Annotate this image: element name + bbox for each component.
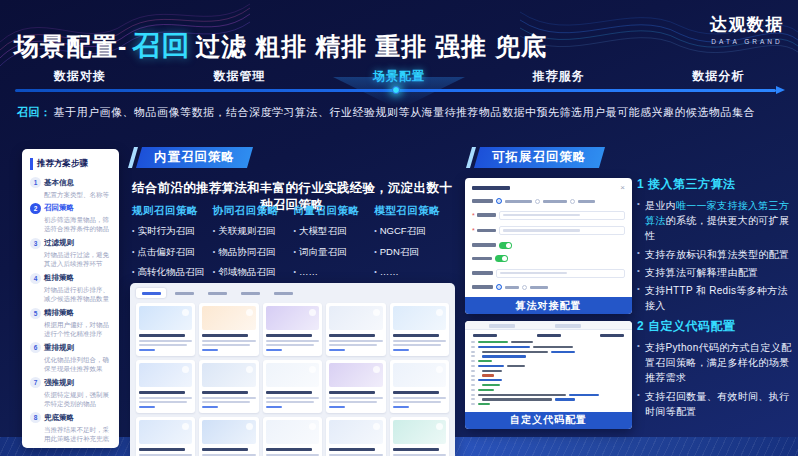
toggle-on-icon[interactable] bbox=[495, 255, 508, 262]
page-title-rest: 过滤 粗排 精排 重排 强推 兜底 bbox=[195, 32, 547, 60]
step-description: 当推荐结果不足时，采用此策略进行补充兜底 bbox=[44, 425, 111, 443]
nav-progress-line bbox=[15, 89, 776, 92]
strategy-item: 物品协同召回 bbox=[213, 246, 294, 259]
plan-step-8[interactable]: 8兜底策略当推荐结果不足时，采用此策略进行补充兜底 bbox=[30, 412, 111, 443]
step-number-badge: 3 bbox=[30, 238, 41, 249]
modal-title-skeleton bbox=[472, 186, 510, 190]
step-title: 精排策略 bbox=[44, 308, 74, 318]
strategy-card-thumbnail bbox=[266, 306, 319, 330]
code-line-skeleton bbox=[471, 394, 626, 396]
gallery-tab[interactable] bbox=[202, 288, 232, 298]
strategy-card-thumbnail bbox=[329, 420, 382, 444]
required-asterisk: * bbox=[472, 212, 475, 219]
strategy-card[interactable] bbox=[199, 417, 258, 456]
toggle-on-icon[interactable] bbox=[499, 242, 512, 249]
extensible-bullet: 是业内唯一一家支持接入第三方算法的系统，提供更大的可扩展性 bbox=[637, 198, 795, 244]
code-line-skeleton bbox=[471, 351, 626, 353]
step-title: 强推规则 bbox=[44, 378, 74, 388]
code-line-skeleton bbox=[471, 398, 626, 400]
recall-definition: 召回：基于用户画像、物品画像等数据，结合深度学习算法、行业经验规则等从海量待推荐… bbox=[17, 105, 782, 120]
strategy-item-list: NGCF召回PDN召回…… bbox=[374, 225, 455, 277]
nav-tab-数据对接[interactable]: 数据对接 bbox=[0, 64, 160, 88]
strategy-column-title: 规则召回策略 bbox=[132, 204, 213, 218]
strategy-key-field-row[interactable]: * bbox=[472, 226, 625, 235]
strategy-card[interactable] bbox=[199, 360, 258, 413]
required-asterisk: * bbox=[472, 227, 475, 234]
brand-logo-cn: 达观数据 bbox=[710, 13, 784, 36]
step-description: 初步筛选海量物品，筛选符合推荐条件的物品 bbox=[44, 215, 111, 233]
plan-step-6[interactable]: 6重排规则优化物品排列组合，确保呈现最佳推荐效果 bbox=[30, 342, 111, 373]
gallery-tab[interactable] bbox=[169, 288, 199, 298]
step-title: 过滤规则 bbox=[44, 238, 74, 248]
code-line-skeleton bbox=[471, 355, 626, 357]
strategy-column-title: 向量召回策略 bbox=[294, 204, 375, 218]
radio-selected-icon bbox=[496, 284, 502, 290]
strategy-card[interactable] bbox=[326, 417, 385, 456]
strategy-column-title: 模型召回策略 bbox=[374, 204, 455, 218]
text-input-skeleton[interactable] bbox=[499, 211, 625, 220]
close-icon[interactable]: × bbox=[620, 184, 625, 192]
text-input-skeleton[interactable] bbox=[499, 226, 625, 235]
code-config-screenshot: 自定义代码配置 bbox=[465, 321, 632, 429]
step-description: 根据用户偏好，对物品进行个性化精准排序 bbox=[44, 320, 111, 338]
nav-tab-推荐服务[interactable]: 推荐服务 bbox=[479, 64, 639, 88]
extensible-bullet: 支持HTTP 和 Redis等多种方法接入 bbox=[637, 283, 795, 313]
strategy-card[interactable] bbox=[390, 360, 449, 413]
page-title: 场景配置-召回过滤 粗排 精排 重排 强推 兜底 bbox=[14, 27, 547, 65]
extensible-bullet: 支持算法可解释理由配置 bbox=[637, 265, 795, 280]
strategy-card-thumbnail bbox=[139, 306, 192, 330]
strategy-item: 关联规则召回 bbox=[213, 225, 294, 238]
slide-canvas: 场景配置-召回过滤 粗排 精排 重排 强推 兜底 达观数据 DATA GRAND… bbox=[0, 0, 798, 456]
strategy-card[interactable] bbox=[263, 417, 322, 456]
strategy-name-field-row[interactable]: * bbox=[472, 211, 625, 220]
nav-tab-数据管理[interactable]: 数据管理 bbox=[160, 64, 320, 88]
strategy-card[interactable] bbox=[263, 360, 322, 413]
handle-mode-radio-row[interactable] bbox=[472, 284, 625, 290]
strategy-card[interactable] bbox=[390, 417, 449, 456]
gallery-tab[interactable] bbox=[136, 288, 166, 298]
strategy-card[interactable] bbox=[326, 360, 385, 413]
plan-step-2[interactable]: 2召回策略初步筛选海量物品，筛选符合推荐条件的物品 bbox=[30, 203, 111, 234]
strategy-card[interactable] bbox=[326, 303, 385, 356]
gallery-tabs bbox=[136, 288, 449, 298]
nav-tab-场景配置[interactable]: 场景配置 bbox=[319, 64, 479, 88]
extensible-section-1: 1 接入第三方算法是业内唯一一家支持接入第三方算法的系统，提供更大的可扩展性支持… bbox=[637, 176, 795, 316]
extensible-bullet: 支持存放标识和算法类型的配置 bbox=[637, 247, 795, 262]
strategy-gallery-screenshot bbox=[130, 283, 455, 456]
step-title: 召回策略 bbox=[44, 203, 74, 213]
strategy-item: 邻域物品召回 bbox=[213, 266, 294, 279]
gallery-tab[interactable] bbox=[235, 288, 265, 298]
nav-tab-数据分析[interactable]: 数据分析 bbox=[638, 64, 798, 88]
strategy-card[interactable] bbox=[136, 303, 195, 356]
plan-step-7[interactable]: 7强推规则依据特定规则，强制展示特定类别的物品 bbox=[30, 377, 111, 408]
reason-field-row[interactable] bbox=[472, 269, 625, 278]
plan-step-5[interactable]: 5精排策略根据用户偏好，对物品进行个性化精准排序 bbox=[30, 308, 111, 339]
strategy-card[interactable] bbox=[136, 417, 195, 456]
strategy-item: …… bbox=[294, 266, 375, 277]
toggle-row-userid[interactable] bbox=[472, 242, 625, 249]
plan-step-4[interactable]: 4粗排策略对物品进行初步排序、减少候选推荐物品数量 bbox=[30, 273, 111, 304]
page-title-highlight: 召回 bbox=[132, 30, 190, 61]
step-description: 优化物品排列组合，确保呈现最佳推荐效果 bbox=[44, 355, 111, 373]
strategy-card-thumbnail bbox=[393, 420, 446, 444]
strategy-card[interactable] bbox=[263, 303, 322, 356]
connect-type-radio-row[interactable] bbox=[472, 198, 625, 204]
code-editor-headers bbox=[465, 330, 632, 339]
strategy-card[interactable] bbox=[390, 303, 449, 356]
recall-term: 召回： bbox=[17, 106, 52, 118]
strategy-card-thumbnail bbox=[139, 420, 192, 444]
gallery-grid bbox=[136, 303, 449, 456]
plan-step-1[interactable]: 1基本信息配置方案类型、名称等 bbox=[30, 177, 111, 199]
strategy-card-thumbnail bbox=[393, 306, 446, 330]
strategy-card[interactable] bbox=[136, 360, 195, 413]
code-line-skeleton bbox=[471, 370, 626, 372]
code-line-skeleton bbox=[471, 374, 626, 376]
gallery-tab[interactable] bbox=[268, 288, 298, 298]
strategy-card[interactable] bbox=[199, 303, 258, 356]
text-input-skeleton[interactable] bbox=[496, 269, 625, 278]
toggle-row-itemid[interactable] bbox=[472, 255, 625, 262]
builtin-strategies-badge: 内置召回策略 bbox=[136, 147, 253, 168]
brand-logo-en: DATA GRAND bbox=[710, 38, 784, 45]
code-line-skeleton bbox=[471, 360, 626, 362]
plan-step-3[interactable]: 3过滤规则对物品进行过滤，避免其进入后续推荐环节 bbox=[30, 238, 111, 269]
